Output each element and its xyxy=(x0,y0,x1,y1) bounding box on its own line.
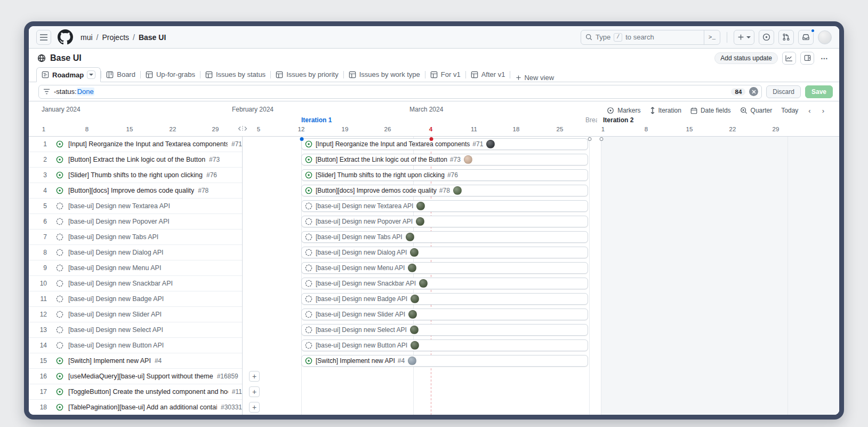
timeline-bar[interactable]: [Slider] Thumb shifts to the right upon … xyxy=(301,169,588,181)
table-row[interactable]: 17[ToggleButton] Create the unstyled com… xyxy=(29,384,242,400)
new-view-button[interactable]: New view xyxy=(510,74,559,82)
today-button[interactable]: Today xyxy=(781,107,798,114)
table-row[interactable]: 15[Switch] Implement new API#4 xyxy=(29,353,242,369)
tab-options-button[interactable] xyxy=(87,70,95,79)
tab-issues-by-work-type[interactable]: Issues by work type xyxy=(344,67,425,82)
table-row[interactable]: 5[base-ui] Design new Textarea API xyxy=(29,199,242,214)
add-date-button[interactable]: + xyxy=(249,402,260,413)
add-status-update-button[interactable]: Add status update xyxy=(714,52,778,64)
zoom-level-button[interactable]: Quarter xyxy=(740,107,773,114)
timeline-bar[interactable]: [Switch] Implement new API#4 xyxy=(301,355,588,367)
table-row[interactable]: 10[base-ui] Design new Snackbar API xyxy=(29,276,242,291)
tab-for-v1[interactable]: For v1 xyxy=(425,67,465,82)
table-row[interactable]: 2[Button] Extract the Link logic out of … xyxy=(29,152,242,168)
table-row[interactable]: 1[Input] Reorganize the Input and Textar… xyxy=(29,137,242,152)
new-view-label: New view xyxy=(524,74,554,82)
draft-issue-icon xyxy=(305,233,312,241)
timeline-row: [Slider] Thumb shifts to the right upon … xyxy=(243,168,839,183)
search-input[interactable]: Type / to search >_ xyxy=(581,30,720,45)
discard-button[interactable]: Discard xyxy=(766,85,801,98)
breadcrumb-org[interactable]: mui xyxy=(81,33,93,42)
timeline-bar[interactable]: [base-ui] Design new Menu API xyxy=(301,262,588,274)
table-row[interactable]: 13[base-ui] Design new Select API xyxy=(29,322,242,338)
tab-label: After v1 xyxy=(481,70,505,78)
timeline-bar[interactable]: [base-ui] Design new Textarea API xyxy=(301,200,588,212)
timeline-bar[interactable]: [Button] Extract the Link logic out of t… xyxy=(301,154,588,165)
issue-opened-icon xyxy=(56,156,63,163)
nav-divider xyxy=(727,32,727,43)
iteration-button[interactable]: Iteration xyxy=(650,107,681,114)
issues-button[interactable] xyxy=(759,30,774,45)
date-fields-button[interactable]: Date fields xyxy=(690,107,731,114)
bar-title: [base-ui] Design new Dialog API xyxy=(316,249,407,256)
timeline-bar[interactable]: [base-ui] Design new Slider API xyxy=(301,309,588,320)
timeline-bar[interactable]: [base-ui] Design new Snackbar API xyxy=(301,278,588,289)
save-button[interactable]: Save xyxy=(805,85,833,98)
timeline-bar[interactable]: [base-ui] Design new Dialog API xyxy=(301,247,588,258)
table-row[interactable]: 12[base-ui] Design new Slider API xyxy=(29,307,242,322)
inbox-button[interactable] xyxy=(798,30,814,45)
graph-icon xyxy=(785,55,793,61)
timeline-bar[interactable]: [base-ui] Design new Tabs API xyxy=(301,231,588,243)
table-row[interactable]: 9[base-ui] Design new Menu API xyxy=(29,260,242,276)
draft-issue-icon xyxy=(56,326,63,334)
issue-opened-icon xyxy=(305,156,312,163)
tab-up-for-grabs[interactable]: Up-for-grabs xyxy=(141,67,200,82)
table-row[interactable]: 14[base-ui] Design new Button API xyxy=(29,338,242,353)
issue-opened-icon xyxy=(56,388,63,396)
timeline-row: [base-ui] Design new Tabs API xyxy=(243,230,839,245)
create-new-button[interactable] xyxy=(734,30,754,45)
table-row[interactable]: 3[Slider] Thumb shifts to the right upon… xyxy=(29,168,242,183)
pull-requests-button[interactable] xyxy=(778,30,794,45)
issue-opened-icon xyxy=(305,357,312,365)
scroll-left-button[interactable]: ‹ xyxy=(807,107,811,115)
markers-button[interactable]: Markers xyxy=(607,107,640,114)
issue-opened-icon xyxy=(305,187,312,194)
command-palette-icon[interactable]: >_ xyxy=(704,30,720,44)
tab-label: Issues by work type xyxy=(359,70,420,78)
tab-roadmap[interactable]: Roadmap xyxy=(36,67,101,82)
table-row[interactable]: 8[base-ui] Design new Dialog API xyxy=(29,245,242,260)
user-avatar[interactable] xyxy=(818,30,832,44)
timeline-bar[interactable]: [base-ui] Design new Button API xyxy=(301,339,588,351)
timeline-bar[interactable]: [base-ui] Design new Select API xyxy=(301,324,588,336)
table-row[interactable]: 11[base-ui] Design new Badge API xyxy=(29,291,242,307)
side-panel-button[interactable] xyxy=(800,52,814,65)
insights-button[interactable] xyxy=(782,52,796,65)
row-number: 8 xyxy=(29,249,47,256)
hamburger-menu-button[interactable] xyxy=(36,30,51,45)
tab-issues-by-status[interactable]: Issues by status xyxy=(200,67,270,82)
month-label: January 2024 xyxy=(42,106,81,113)
scroll-right-button[interactable]: › xyxy=(821,107,825,115)
table-row[interactable]: 4[Button][docs] Improve demos code quali… xyxy=(29,183,242,199)
table-row[interactable]: 6[base-ui] Design new Popover API xyxy=(29,214,242,230)
filter-query: -status:Done xyxy=(54,88,94,96)
tab-label: Issues by priority xyxy=(286,70,339,78)
github-logo[interactable] xyxy=(58,29,73,45)
column-resize-handle[interactable] xyxy=(238,126,247,131)
tab-after-v1[interactable]: After v1 xyxy=(466,67,510,82)
add-date-button[interactable]: + xyxy=(249,371,260,382)
assignee-avatar xyxy=(411,341,419,350)
project-menu-button[interactable]: ⋯ xyxy=(818,54,831,62)
clear-filter-button[interactable] xyxy=(749,87,758,96)
add-date-button[interactable]: + xyxy=(249,386,260,397)
issue-opened-icon xyxy=(56,187,63,194)
table-row[interactable]: 7[base-ui] Design new Tabs API xyxy=(29,230,242,245)
row-number: 7 xyxy=(29,233,47,241)
filter-input[interactable]: -status:Done 84 xyxy=(38,85,762,99)
date-tick: 25 xyxy=(557,126,564,132)
row-number: 17 xyxy=(29,388,47,396)
breadcrumb-projects[interactable]: Projects xyxy=(102,33,129,42)
timeline-bar[interactable]: [Button][docs] Improve demos code qualit… xyxy=(301,185,588,196)
timeline-bar[interactable]: [Input] Reorganize the Input and Textare… xyxy=(301,138,588,150)
table-row[interactable]: 18[TablePagination][base-ui] Add an addi… xyxy=(29,400,242,415)
assignee-avatar xyxy=(410,326,419,334)
table-row[interactable]: 16[useMediaQuery][base-ui] Support witho… xyxy=(29,369,242,384)
tab-label: Up-for-grabs xyxy=(156,70,195,78)
tab-board[interactable]: Board xyxy=(101,67,140,82)
tab-issues-by-priority[interactable]: Issues by priority xyxy=(271,67,343,82)
timeline-bar[interactable]: [base-ui] Design new Badge API xyxy=(301,293,588,305)
timeline-bar[interactable]: [base-ui] Design new Popover API xyxy=(301,216,588,227)
date-tick: 1 xyxy=(42,126,45,132)
